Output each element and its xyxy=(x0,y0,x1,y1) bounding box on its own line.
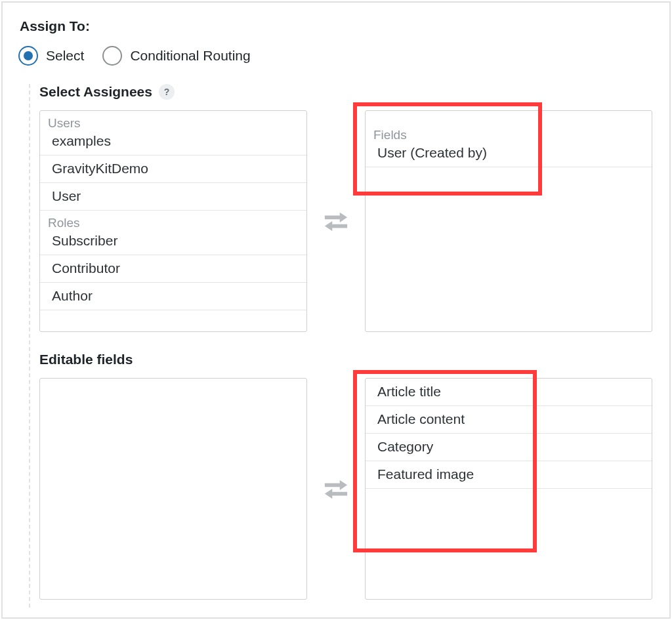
editable-available-panel xyxy=(39,378,307,600)
swap-column xyxy=(322,211,350,231)
assignees-heading-row: Select Assignees ? xyxy=(39,84,652,100)
radio-option-select[interactable]: Select xyxy=(18,46,84,66)
radio-label-select: Select xyxy=(46,48,84,64)
settings-frame: Assign To: Select Conditional Routing Se… xyxy=(1,1,671,619)
list-item[interactable]: User (Created by) xyxy=(366,144,652,167)
radio-label-conditional: Conditional Routing xyxy=(130,48,250,64)
assign-to-label: Assign To: xyxy=(20,18,652,34)
list-item[interactable]: Article content xyxy=(366,406,652,434)
assignees-selected-scroll[interactable]: Fields User (Created by) xyxy=(366,111,652,331)
group-label-fields: Fields xyxy=(366,123,652,144)
group-label-users: Users xyxy=(40,111,306,132)
swap-arrows-icon xyxy=(324,211,348,231)
swap-arrows-icon xyxy=(324,479,348,499)
editable-heading-row: Editable fields xyxy=(39,352,652,367)
assign-to-radio-group: Select Conditional Routing xyxy=(18,46,652,66)
assignees-heading: Select Assignees xyxy=(39,84,152,100)
list-item[interactable]: User xyxy=(40,183,306,211)
list-item[interactable]: GravityKitDemo xyxy=(40,155,306,183)
list-item[interactable]: Subscriber xyxy=(40,232,306,255)
assignees-available-scroll[interactable]: Users examples GravityKitDemo User Roles… xyxy=(40,111,306,331)
list-item[interactable]: Author xyxy=(40,283,306,310)
editable-selected-panel: Article title Article content Category F… xyxy=(365,378,652,600)
swap-column xyxy=(322,479,350,499)
editable-available-scroll[interactable] xyxy=(40,379,306,599)
assignees-available-panel: Users examples GravityKitDemo User Roles… xyxy=(39,110,307,332)
editable-dual-list: Article title Article content Category F… xyxy=(39,378,652,600)
radio-option-conditional[interactable]: Conditional Routing xyxy=(102,46,250,66)
list-item[interactable]: Category xyxy=(366,434,652,461)
help-icon[interactable]: ? xyxy=(159,84,175,100)
editable-heading: Editable fields xyxy=(39,352,133,367)
assignees-dual-list: Users examples GravityKitDemo User Roles… xyxy=(39,110,652,332)
list-item[interactable]: examples xyxy=(40,132,306,155)
assignees-subsection: Select Assignees ? Users examples Gravit… xyxy=(29,84,652,608)
list-item[interactable]: Contributor xyxy=(40,255,306,283)
group-label-roles: Roles xyxy=(40,211,306,232)
editable-selected-scroll[interactable]: Article title Article content Category F… xyxy=(366,379,652,599)
list-item[interactable]: Article title xyxy=(366,379,652,406)
radio-icon xyxy=(18,46,38,66)
radio-icon xyxy=(102,46,122,66)
assignees-selected-panel: Fields User (Created by) xyxy=(365,110,652,332)
list-item[interactable]: Featured image xyxy=(366,461,652,489)
